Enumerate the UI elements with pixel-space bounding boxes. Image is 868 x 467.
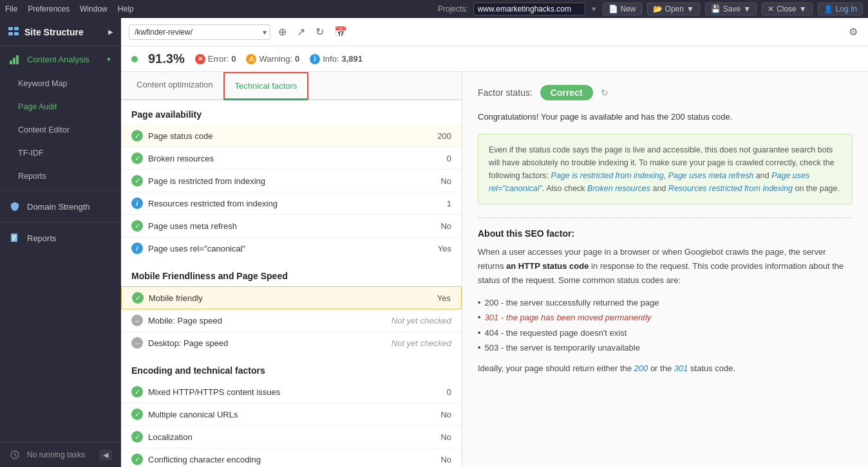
refresh-factor-button[interactable]: ↻: [601, 87, 609, 98]
sidebar-item-keyword-map[interactable]: Keyword Map: [0, 72, 121, 95]
sidebar-item-content-editor[interactable]: Content Editor: [0, 118, 121, 142]
collapse-sidebar-button[interactable]: ◀: [99, 450, 112, 461]
settings-button[interactable]: ⚙: [846, 23, 860, 41]
info-stat: i Info: 3,891: [310, 54, 363, 64]
table-row-selected[interactable]: ✓ Mobile friendly Yes: [121, 286, 462, 309]
save-chevron-icon: ▼: [743, 5, 751, 14]
login-button[interactable]: 👤 Log In: [818, 3, 863, 15]
link-resources-restricted[interactable]: Resources restricted from indexing: [668, 184, 793, 193]
factor-value: 0: [447, 154, 451, 163]
content-analysis-icon: [9, 53, 21, 65]
factor-value: 200: [437, 131, 451, 141]
table-row[interactable]: ✓ Multiple canonical URLs No: [121, 403, 462, 426]
expand-icon: ▼: [106, 56, 112, 63]
warning-icon: ⚠: [246, 54, 256, 64]
link-meta-refresh[interactable]: Page uses meta refresh: [668, 171, 754, 180]
tasks-icon: [9, 449, 21, 461]
menu-file[interactable]: File: [5, 5, 17, 14]
left-scroll-area: Page availability ✓ Page status code 200…: [121, 100, 462, 467]
error-icon: ✕: [195, 54, 205, 64]
close-button[interactable]: ✕ Close ▼: [762, 3, 813, 15]
add-url-button[interactable]: ⊕: [276, 24, 289, 39]
error-stat: ✕ Error: 0: [195, 54, 236, 64]
content-analysis-label: Content Analysis: [27, 55, 90, 64]
new-button[interactable]: 📄 New: [603, 3, 642, 15]
encoding-title: Encoding and technical factors: [121, 356, 462, 381]
domain-strength-icon: [9, 201, 21, 212]
menu-bar: File Preferences Window Help Projects: w…: [0, 0, 868, 18]
menu-preferences[interactable]: Preferences: [28, 5, 70, 14]
url-input[interactable]: [129, 24, 270, 40]
status-icon-green: ✓: [132, 292, 144, 304]
mobile-section: Mobile Friendliness and Page Speed ✓ Mob…: [121, 262, 462, 354]
sidebar-item-page-audit[interactable]: Page Audit: [0, 95, 121, 118]
open-button[interactable]: 📂 Open ▼: [647, 3, 700, 15]
menu-help[interactable]: Help: [118, 5, 134, 14]
table-row[interactable]: – Desktop: Page speed Not yet checked: [121, 332, 462, 354]
url-dropdown-button[interactable]: ▼: [261, 28, 268, 35]
table-row[interactable]: ✓ Broken resources 0: [121, 147, 462, 170]
factor-label: Desktop: Page speed: [148, 338, 386, 348]
list-item: 200 - the server successfully returned t…: [478, 295, 853, 310]
table-row[interactable]: i Page uses rel="canonical" Yes: [121, 237, 462, 259]
status-icon-green: ✓: [131, 152, 143, 164]
right-panel: Factor status: Correct ↻ Congratulations…: [462, 72, 868, 467]
sidebar-item-reports-2[interactable]: Reports: [0, 225, 121, 251]
about-footer: Ideally, your page should return either …: [478, 362, 853, 376]
encoding-section: Encoding and technical factors ✓ Mixed H…: [121, 356, 462, 467]
table-row[interactable]: ✓ Localization No: [121, 426, 462, 448]
status-icon-green: ✓: [131, 220, 143, 232]
status-message: Congratulations! Your page is available …: [478, 111, 853, 124]
url-bar: ▼ ⊕ ↗ ↻ 📅 ⚙: [121, 18, 868, 46]
factor-label: Mobile: Page speed: [148, 316, 386, 325]
sidebar-item-tf-idf[interactable]: TF-IDF: [0, 142, 121, 165]
list-item: 404 - the requested page doesn't exist: [478, 325, 853, 340]
table-row[interactable]: ✓ Page uses meta refresh No: [121, 215, 462, 237]
project-select[interactable]: www.emarketinghacks.com: [473, 3, 585, 15]
svg-rect-2: [8, 32, 13, 35]
page-availability-section: Page availability ✓ Page status code 200…: [121, 100, 462, 259]
save-button[interactable]: 💾 Save ▼: [705, 3, 757, 15]
warning-value: 0: [295, 54, 299, 64]
stats-bar: 91.3% ✕ Error: 0 ⚠ Warning: 0 i Info: 3,…: [121, 46, 868, 72]
left-panel: Content optimization Technical factors P…: [121, 72, 462, 467]
calendar-url-button[interactable]: 📅: [332, 24, 350, 39]
score-dot-icon: [131, 56, 138, 62]
projects-label: Projects:: [438, 5, 468, 14]
sidebar-section-main: Content Analysis ▼ Keyword Map Page Audi…: [0, 46, 121, 251]
status-icon-info: i: [131, 197, 143, 209]
factor-value: No: [440, 176, 451, 186]
table-row[interactable]: ✓ Mixed HTTP/HTTPS content issues 0: [121, 381, 462, 403]
svg-rect-10: [12, 239, 15, 241]
factor-label: Mobile friendly: [149, 293, 432, 303]
table-row[interactable]: ✓ Conflicting character encoding No: [121, 448, 462, 467]
factor-value: No: [440, 410, 451, 419]
link-broken-resources[interactable]: Broken resources: [587, 184, 650, 193]
sidebar-item-domain-strength[interactable]: Domain Strength: [0, 194, 121, 219]
refresh-url-button[interactable]: ↻: [313, 24, 326, 39]
svg-rect-3: [14, 32, 19, 35]
info-icon: i: [310, 54, 320, 64]
table-row[interactable]: – Mobile: Page speed Not yet checked: [121, 309, 462, 332]
factor-value: 0: [447, 387, 451, 397]
factor-value: 1: [447, 199, 451, 208]
table-row[interactable]: ✓ Page status code 200: [121, 125, 462, 147]
tab-technical-factors[interactable]: Technical factors: [223, 72, 309, 100]
tab-content-optimization[interactable]: Content optimization: [126, 72, 223, 100]
link-restricted[interactable]: Page is restricted from indexing: [551, 171, 664, 180]
table-row[interactable]: i Resources restricted from indexing 1: [121, 192, 462, 215]
share-url-button[interactable]: ↗: [294, 24, 308, 39]
bullet-301: 301 - the page has been moved permanentl…: [485, 313, 652, 322]
info-value: 3,891: [342, 54, 363, 64]
no-running-tasks: No running tasks ◀: [0, 443, 121, 467]
sidebar-item-reports-1[interactable]: Reports: [0, 165, 121, 188]
factor-value: Yes: [437, 293, 451, 303]
status-icon-info: i: [131, 243, 143, 254]
url-input-wrapper: ▼: [129, 24, 270, 40]
menu-window[interactable]: Window: [80, 5, 108, 14]
sidebar-item-content-analysis[interactable]: Content Analysis ▼: [0, 46, 121, 72]
sidebar-bottom: No running tasks ◀: [0, 442, 121, 467]
about-text-1: When a user accesses your page in a brow…: [478, 245, 853, 288]
list-item: 301 - the page has been moved permanentl…: [478, 310, 853, 325]
table-row[interactable]: ✓ Page is restricted from indexing No: [121, 170, 462, 192]
